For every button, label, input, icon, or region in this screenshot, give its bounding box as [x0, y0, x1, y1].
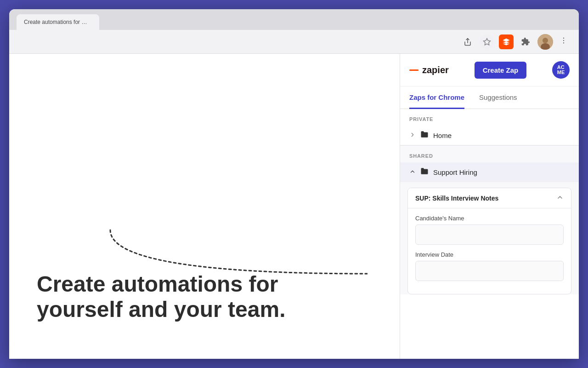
sup-card-title: SUP: Skills Interview Notes	[415, 195, 498, 202]
sup-card-body: Candidate's Name Interview Date	[408, 208, 571, 294]
candidate-name-input[interactable]	[415, 224, 564, 245]
hero-text: Create automations for yourself and your…	[37, 271, 285, 322]
panel-avatar-initials: ACME	[557, 65, 565, 75]
home-folder-icon	[420, 130, 429, 140]
interview-date-label: Interview Date	[415, 251, 564, 258]
zapier-logo-dash	[409, 69, 418, 71]
private-section-label: PRIVATE	[400, 109, 579, 126]
candidate-name-label: Candidate's Name	[415, 215, 564, 222]
home-folder-name: Home	[433, 132, 452, 139]
hero-line-1: Create automations for	[37, 272, 278, 296]
dotted-arc-decoration	[101, 221, 368, 276]
svg-point-3	[543, 38, 548, 43]
home-chevron-icon	[409, 132, 416, 139]
private-section: PRIVATE Home	[400, 109, 579, 145]
zapier-extension-icon[interactable]	[499, 34, 514, 49]
tab-zaps-for-chrome[interactable]: Zaps for Chrome	[409, 87, 464, 109]
address-bar-area	[9, 30, 579, 54]
share-button[interactable]	[460, 34, 475, 49]
hero-line-2: yourself and your team.	[37, 297, 285, 322]
support-hiring-folder-row[interactable]: Support Hiring	[400, 162, 579, 182]
sup-card-header[interactable]: SUP: Skills Interview Notes	[408, 188, 571, 208]
create-zap-button[interactable]: Create Zap	[475, 62, 527, 79]
tab-bar: Create automations for yourself and your…	[9, 9, 579, 30]
panel-header: zapier Create Zap ACME	[400, 54, 579, 86]
shared-section-label: SHARED	[400, 146, 579, 162]
more-options-button[interactable]	[558, 34, 570, 49]
sup-card-chevron-icon	[556, 194, 564, 202]
zapier-logo-text: zapier	[422, 65, 449, 75]
panel-body: PRIVATE Home	[400, 109, 579, 359]
sup-card: SUP: Skills Interview Notes Candidate's …	[407, 188, 571, 294]
support-hiring-folder-name: Support Hiring	[433, 168, 477, 176]
tab-suggestions[interactable]: Suggestions	[479, 87, 517, 109]
support-hiring-chevron-icon	[409, 168, 416, 176]
svg-marker-1	[484, 38, 491, 45]
active-tab[interactable]: Create automations for yourself and your…	[17, 14, 99, 30]
svg-point-6	[563, 40, 564, 41]
svg-point-5	[563, 38, 564, 39]
favorite-button[interactable]	[480, 34, 494, 49]
home-folder-row[interactable]: Home	[400, 126, 579, 145]
page-content: Create automations for yourself and your…	[9, 54, 400, 359]
extensions-button[interactable]	[518, 34, 533, 49]
zapier-logo: zapier	[409, 65, 449, 75]
panel-avatar[interactable]: ACME	[552, 61, 570, 79]
user-avatar-toolbar[interactable]	[537, 34, 553, 50]
shared-section: SHARED Support Hiri	[400, 145, 579, 294]
interview-date-input[interactable]	[415, 261, 564, 281]
panel-tabs: Zaps for Chrome Suggestions	[400, 86, 579, 109]
browser-window: Create automations for yourself and your…	[9, 9, 579, 359]
zapier-panel: zapier Create Zap ACME Zaps for Chrome S…	[400, 54, 579, 359]
svg-point-7	[563, 42, 564, 43]
main-content: Create automations for yourself and your…	[9, 54, 579, 359]
tab-title: Create automations for yourself and your…	[24, 19, 88, 25]
support-hiring-folder-icon	[420, 167, 429, 177]
